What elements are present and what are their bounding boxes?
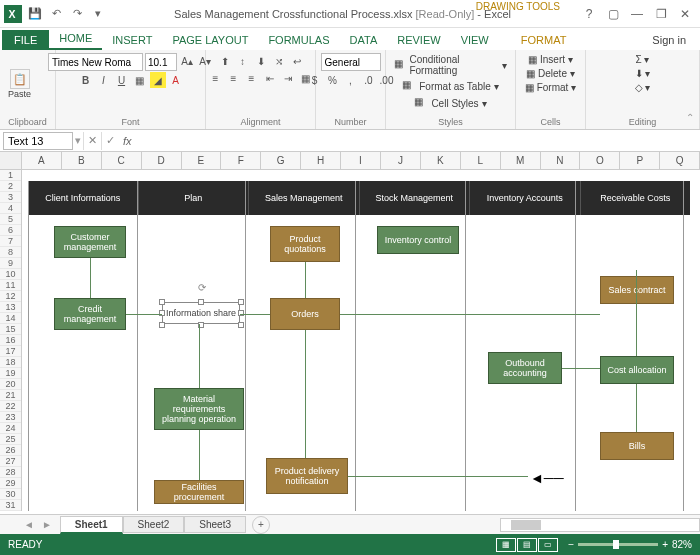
col-header[interactable]: E: [182, 152, 222, 169]
insert-cells-button[interactable]: ▦ Insert ▾: [526, 53, 575, 66]
box-sales-contract[interactable]: Sales contract: [600, 276, 674, 304]
font-name-input[interactable]: [48, 53, 143, 71]
row-header[interactable]: 17: [0, 346, 21, 357]
tab-page-layout[interactable]: PAGE LAYOUT: [162, 30, 258, 50]
increase-decimal-icon[interactable]: .0: [361, 72, 377, 88]
number-format-input[interactable]: [321, 53, 381, 71]
selection-handle[interactable]: [159, 299, 165, 305]
row-header[interactable]: 4: [0, 203, 21, 214]
box-product-delivery[interactable]: Product delivery notification: [266, 458, 348, 494]
grid-body[interactable]: 1 2 3 4 5 6 7 8 9 10 11 12 13 14 15 16 1…: [0, 170, 700, 514]
font-size-input[interactable]: [145, 53, 177, 71]
row-header[interactable]: 15: [0, 324, 21, 335]
selection-handle[interactable]: [159, 310, 165, 316]
orientation-icon[interactable]: ⤭: [271, 53, 287, 69]
add-sheet-button[interactable]: +: [252, 516, 270, 534]
zoom-out-button[interactable]: −: [568, 539, 574, 550]
sheet-tab-2[interactable]: Sheet2: [123, 516, 185, 533]
selection-handle[interactable]: [198, 299, 204, 305]
selection-handle[interactable]: [238, 299, 244, 305]
selection-handle[interactable]: [238, 322, 244, 328]
tab-formulas[interactable]: FORMULAS: [258, 30, 339, 50]
clear-button[interactable]: ◇ ▾: [633, 81, 653, 94]
fill-color-button[interactable]: ◢: [150, 72, 166, 88]
col-header[interactable]: L: [461, 152, 501, 169]
help-icon[interactable]: ?: [578, 4, 600, 24]
col-header[interactable]: F: [221, 152, 261, 169]
view-page-break-icon[interactable]: ▭: [538, 538, 558, 552]
box-mrp[interactable]: Material requirements planning operation: [154, 388, 244, 430]
fx-icon[interactable]: fx: [119, 135, 136, 147]
name-box[interactable]: [3, 132, 73, 150]
cell-canvas[interactable]: Client Informations Plan Sales Managemen…: [22, 170, 700, 514]
row-header[interactable]: 30: [0, 489, 21, 500]
sheet-tab-3[interactable]: Sheet3: [184, 516, 246, 533]
box-orders[interactable]: Orders: [270, 298, 340, 330]
row-header[interactable]: 20: [0, 379, 21, 390]
view-page-layout-icon[interactable]: ▤: [517, 538, 537, 552]
view-normal-icon[interactable]: ▦: [496, 538, 516, 552]
row-header[interactable]: 2: [0, 181, 21, 192]
row-header[interactable]: 10: [0, 269, 21, 280]
col-header[interactable]: B: [62, 152, 102, 169]
collapse-ribbon-icon[interactable]: ⌃: [686, 112, 694, 123]
tab-format[interactable]: FORMAT: [511, 30, 577, 50]
qat-dropdown-icon[interactable]: ▾: [89, 5, 107, 23]
row-header[interactable]: 7: [0, 236, 21, 247]
row-header[interactable]: 23: [0, 412, 21, 423]
col-header[interactable]: O: [580, 152, 620, 169]
indent-decrease-icon[interactable]: ⇤: [262, 70, 278, 86]
box-customer-management[interactable]: Customer management: [54, 226, 126, 258]
col-header[interactable]: C: [102, 152, 142, 169]
tab-file[interactable]: FILE: [2, 30, 49, 50]
row-header[interactable]: 18: [0, 357, 21, 368]
zoom-slider-thumb[interactable]: [613, 540, 619, 549]
row-header[interactable]: 14: [0, 313, 21, 324]
row-header[interactable]: 5: [0, 214, 21, 225]
border-button[interactable]: ▦: [132, 72, 148, 88]
cell-styles-button[interactable]: ▦Cell Styles ▾: [412, 95, 488, 111]
redo-icon[interactable]: ↷: [68, 5, 86, 23]
box-product-quotations[interactable]: Product quotations: [270, 226, 340, 262]
row-header[interactable]: 9: [0, 258, 21, 269]
row-header[interactable]: 31: [0, 500, 21, 511]
sign-in-link[interactable]: Sign in: [648, 30, 690, 50]
cancel-formula-icon[interactable]: ✕: [83, 132, 101, 150]
format-as-table-button[interactable]: ▦Format as Table ▾: [400, 78, 501, 94]
selection-handle[interactable]: [159, 322, 165, 328]
enter-formula-icon[interactable]: ✓: [101, 132, 119, 150]
row-header[interactable]: 21: [0, 390, 21, 401]
fill-button[interactable]: ⬇ ▾: [633, 67, 653, 80]
box-cost-allocation[interactable]: Cost allocation: [600, 356, 674, 384]
restore-icon[interactable]: ❐: [650, 4, 672, 24]
save-icon[interactable]: 💾: [26, 5, 44, 23]
col-header[interactable]: M: [501, 152, 541, 169]
row-header[interactable]: 29: [0, 478, 21, 489]
box-information-share[interactable]: Information share: [162, 302, 240, 324]
bold-button[interactable]: B: [78, 72, 94, 88]
tab-review[interactable]: REVIEW: [387, 30, 450, 50]
row-header[interactable]: 25: [0, 434, 21, 445]
row-header[interactable]: 28: [0, 467, 21, 478]
col-header[interactable]: P: [620, 152, 660, 169]
align-middle-icon[interactable]: ↕: [235, 53, 251, 69]
align-right-icon[interactable]: ≡: [244, 70, 260, 86]
tab-home[interactable]: HOME: [49, 28, 102, 50]
autosum-button[interactable]: Σ ▾: [634, 53, 652, 66]
col-header[interactable]: K: [421, 152, 461, 169]
paste-button[interactable]: 📋 Paste: [6, 68, 33, 100]
selection-handle[interactable]: [238, 310, 244, 316]
box-facilities-procurement[interactable]: Facilities procurement: [154, 480, 244, 504]
currency-icon[interactable]: $: [307, 72, 323, 88]
close-icon[interactable]: ✕: [674, 4, 696, 24]
box-inventory-control[interactable]: Inventory control: [377, 226, 459, 254]
zoom-slider[interactable]: [578, 543, 658, 546]
wrap-text-icon[interactable]: ↩: [289, 53, 305, 69]
format-cells-button[interactable]: ▦ Format ▾: [523, 81, 579, 94]
select-all-corner[interactable]: [0, 152, 22, 169]
horizontal-scrollbar[interactable]: [500, 518, 700, 532]
align-bottom-icon[interactable]: ⬇: [253, 53, 269, 69]
row-header[interactable]: 27: [0, 456, 21, 467]
font-color-button[interactable]: A: [168, 72, 184, 88]
row-header[interactable]: 12: [0, 291, 21, 302]
